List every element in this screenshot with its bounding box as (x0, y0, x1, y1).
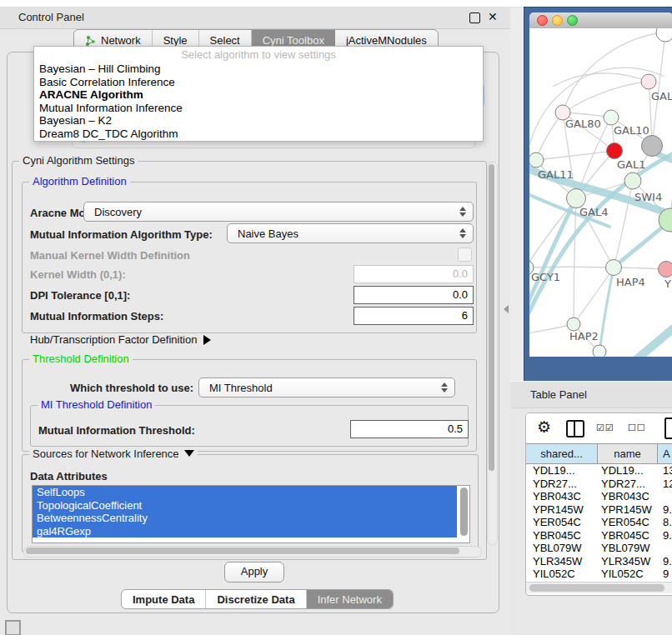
gear-icon[interactable]: ⚙ (537, 419, 551, 436)
control-panel-titlebar: Control Panel ✕ (0, 7, 510, 29)
network-node[interactable] (656, 28, 672, 42)
cyni-algorithm-settings-legend: Cyni Algorithm Settings (19, 155, 138, 167)
algorithm-definition-legend: Algorithm Definition (29, 176, 130, 188)
collapse-down-icon (184, 450, 194, 457)
table-row[interactable]: YLR345WYLR345W9. (526, 555, 672, 568)
select-all-checkboxes-icon[interactable]: ☑☑ (596, 422, 614, 433)
export-table-icon[interactable] (664, 418, 672, 439)
algorithm-dropdown: Select algorithm to view settings Bayesi… (33, 46, 484, 142)
window-zoom-icon[interactable] (567, 15, 578, 26)
aracne-mode-value: Discovery (94, 206, 142, 218)
mi-algorithm-type-combo[interactable]: Naive Bayes (227, 223, 474, 243)
manual-kernel-checkbox[interactable] (458, 248, 472, 262)
panel-collapse-handle[interactable] (504, 305, 509, 313)
algorithm-option-bayesian-k2[interactable]: Bayesian – K2 (34, 114, 483, 128)
node-label-y: Y (664, 278, 671, 290)
deselect-all-checkboxes-icon[interactable]: ☐☐ (628, 422, 646, 433)
node-label-hap4: HAP4 (616, 276, 645, 288)
algorithm-dropdown-prompt: Select algorithm to view settings (34, 47, 483, 62)
table-row[interactable]: YPR145WYPR145W9. (526, 503, 672, 517)
table-row[interactable]: YIL052CYIL052C9 (526, 568, 672, 581)
settings-horizontal-scrollbar[interactable] (23, 546, 482, 558)
list-item-selfloops[interactable]: SelfLoops (33, 486, 457, 499)
table-row[interactable]: YDR27...YDR27...12 (526, 478, 672, 491)
network-canvas[interactable]: GALGAL80GAL10GAL1GAL11SWI4GAL4GCY1HAP4YH… (529, 28, 672, 357)
network-node-gal[interactable] (641, 74, 656, 89)
data-attributes-list: SelfLoops TopologicalCoefficient Between… (32, 485, 470, 543)
table-row[interactable]: YDL19...YDL19...13 (526, 464, 672, 478)
float-panel-corner-icon[interactable] (5, 620, 21, 635)
column-header-name[interactable]: name (598, 444, 658, 463)
apply-button[interactable]: Apply (224, 562, 284, 582)
list-vertical-scrollbar[interactable] (460, 488, 468, 536)
network-node[interactable] (593, 345, 606, 357)
network-edges-teal (529, 150, 672, 357)
settings-vertical-scrollbar[interactable] (487, 162, 498, 545)
node-label-swi4: SWI4 (634, 191, 662, 203)
network-node-hap2[interactable] (567, 318, 580, 331)
table-horizontal-scrollbar[interactable] (526, 582, 672, 593)
combo-spinner-icon (459, 228, 466, 239)
algorithm-option-dream8[interactable]: Dream8 DC_TDC Algorithm (34, 128, 483, 141)
list-item-topologicalcoefficient[interactable]: TopologicalCoefficient (33, 499, 457, 512)
node-label-gal80: GAL80 (565, 118, 601, 130)
network-node-gal1[interactable] (607, 143, 623, 159)
network-node-swi4[interactable] (624, 172, 641, 189)
table-toolbar: ⚙ ☑☑ ☐☐ (526, 413, 672, 443)
node-label-gal11: GAL11 (538, 168, 574, 181)
hub-definition-expander[interactable]: Hub/Transcription Factor Definition (30, 333, 211, 346)
network-node-gal11[interactable] (529, 152, 544, 168)
kernel-width-label: Kernel Width (0,1): (30, 268, 126, 281)
table-rows: YDL19...YDL19...13 YDR27...YDR27...12 YB… (526, 464, 672, 582)
column-browser-icon[interactable] (566, 420, 584, 438)
which-threshold-value: MI Threshold (209, 382, 273, 394)
mi-threshold-input[interactable]: 0.5 (350, 420, 469, 438)
table-row[interactable]: YBR045CYBR045C9. (526, 529, 672, 542)
algorithm-option-aracne[interactable]: ARACNE Algorithm (34, 88, 483, 102)
window-minimize-icon[interactable] (552, 15, 563, 26)
window-close-icon[interactable] (537, 15, 548, 26)
hub-definition-label: Hub/Transcription Factor Definition (30, 333, 197, 346)
mi-steps-input[interactable]: 6 (354, 307, 474, 325)
node-label-gal1: GAL1 (617, 158, 645, 171)
network-node-y[interactable] (659, 262, 672, 278)
network-node-gal10[interactable] (604, 110, 619, 125)
table-panel-title: Table Panel (530, 388, 587, 401)
kernel-width-input[interactable]: 0.0 (354, 265, 474, 283)
dpi-tolerance-label: DPI Tolerance [0,1]: (30, 289, 130, 302)
network-window-titlebar[interactable] (529, 12, 672, 29)
column-header-shared-name[interactable]: shared... (526, 444, 598, 463)
network-node[interactable] (642, 136, 663, 157)
tab-infer-network[interactable]: Infer Network (307, 590, 393, 608)
table-panel: Table Panel ⚙ ☑☑ ☐☐ shared... name A YDL… (510, 381, 672, 635)
sources-legend[interactable]: Sources for Network Inference (29, 448, 198, 460)
column-header-partial[interactable]: A (658, 444, 672, 463)
mi-algorithm-type-value: Naive Bayes (238, 228, 298, 240)
mi-threshold-label: Mutual Information Threshold: (38, 424, 195, 437)
node-table-card: ⚙ ☑☑ ☐☐ shared... name A YDL19...YDL19..… (525, 412, 672, 596)
float-panel-icon[interactable] (469, 12, 480, 23)
data-attributes-label: Data Attributes (30, 470, 108, 482)
app-root: Control Panel ✕ Network Style Select Cyn… (0, 0, 672, 635)
list-item-gal4rgexp[interactable]: gal4RGexp (33, 525, 457, 538)
aracne-mode-combo[interactable]: Discovery (83, 202, 474, 222)
which-threshold-combo[interactable]: MI Threshold (198, 378, 455, 398)
mi-algorithm-type-label: Mutual Information Algorithm Type: (30, 228, 213, 241)
tab-discretize-data[interactable]: Discretize Data (206, 590, 306, 608)
node-label-gal10: GAL10 (614, 124, 649, 137)
algorithm-option-mutual-information[interactable]: Mutual Information Inference (34, 102, 483, 115)
network-node-hap4[interactable] (606, 260, 622, 276)
table-row[interactable]: YER054CYER054C8. (526, 516, 672, 529)
manual-kernel-label: Manual Kernel Width Definition (30, 249, 190, 262)
algorithm-option-basic-correlation[interactable]: Basic Correlation Inference (34, 76, 483, 89)
table-row[interactable]: YBL079WYBL079W (526, 542, 672, 555)
dpi-tolerance-input[interactable]: 0.0 (354, 286, 474, 304)
list-item-betweennesscentrality[interactable]: BetweennessCentrality (33, 512, 457, 525)
network-tab-icon (85, 35, 97, 47)
tab-impute-data[interactable]: Impute Data (122, 590, 206, 608)
threshold-definition-legend: Threshold Definition (29, 353, 133, 365)
close-panel-icon[interactable]: ✕ (488, 10, 498, 23)
table-row[interactable]: YBR043CYBR043C (526, 490, 672, 503)
algorithm-option-bayesian-hill-climbing[interactable]: Bayesian – Hill Climbing (34, 62, 483, 76)
network-view-window: GALGAL80GAL10GAL1GAL11SWI4GAL4GCY1HAP4YH… (524, 7, 672, 382)
